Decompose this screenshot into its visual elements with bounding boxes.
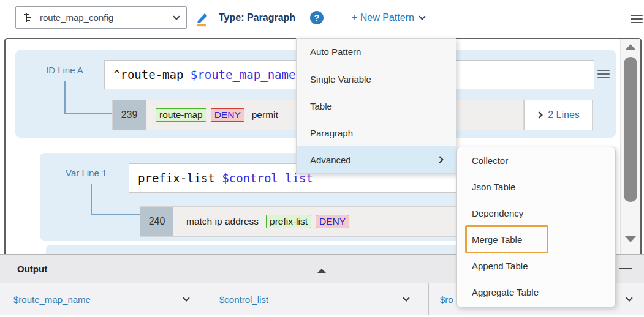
line-number-badge: 239 — [113, 100, 146, 130]
menu-item-advanced[interactable]: Advanced — [297, 146, 456, 173]
column-label: $route_map_name — [13, 294, 91, 305]
id-line-label: ID Line A — [46, 65, 83, 75]
chevron-down-icon — [183, 294, 189, 301]
drag-handle-icon[interactable] — [597, 67, 610, 81]
plain-token: permit — [249, 109, 281, 121]
new-pattern-button[interactable]: + New Pattern — [352, 0, 425, 35]
chevron-right-icon — [436, 156, 443, 163]
chevron-down-icon — [419, 13, 425, 20]
menu-item-paragraph[interactable]: Paragraph — [297, 119, 456, 146]
help-icon[interactable]: ? — [310, 11, 324, 24]
more-menu-icon[interactable] — [631, 12, 643, 26]
column-label: $ro — [440, 294, 453, 305]
expand-lines-button[interactable]: 2 Lines — [524, 100, 593, 130]
chevron-right-icon — [536, 111, 543, 118]
pattern-select[interactable]: route_map_config — [15, 6, 187, 29]
edit-pencil-icon[interactable] — [193, 10, 210, 28]
collapse-up-icon[interactable] — [317, 258, 327, 269]
scrollbar-thumb[interactable] — [624, 57, 637, 202]
output-column-route-map-name[interactable]: $route_map_name — [0, 283, 206, 315]
minimize-icon[interactable] — [619, 263, 632, 274]
chevron-down-icon — [173, 13, 180, 20]
submenu-item-collector[interactable]: Collector — [457, 147, 615, 174]
scroll-down-icon[interactable] — [625, 236, 636, 242]
line-number-badge: 240 — [140, 207, 173, 236]
advanced-submenu: Collector Json Table Dependency Merge Ta… — [456, 147, 616, 307]
parser-pattern-editor: route_map_config Type: Paragraph ? + New… — [0, 0, 644, 317]
output-title: Output — [17, 255, 47, 283]
pattern-select-value: route_map_config — [40, 12, 169, 23]
expand-lines-label: 2 Lines — [548, 110, 580, 121]
connector-line — [64, 81, 66, 114]
regex-variable: $route_map_name — [191, 68, 296, 81]
vertical-scrollbar[interactable] — [620, 39, 640, 254]
menu-item-single-variable[interactable]: Single Variable — [297, 65, 456, 92]
connector-line — [91, 214, 140, 215]
plain-token: match ip address — [183, 215, 262, 228]
chevron-down-icon — [403, 294, 409, 301]
menu-item-auto-pattern[interactable]: Auto Pattern — [297, 39, 456, 65]
connector-line — [91, 184, 92, 215]
var-line-label: Var Line 1 — [66, 168, 107, 178]
new-pattern-label: + New Pattern — [352, 12, 414, 23]
scroll-up-icon[interactable] — [625, 44, 636, 50]
submenu-item-merge-table[interactable]: Merge Table — [457, 226, 615, 253]
submenu-item-json-table[interactable]: Json Table — [457, 174, 615, 200]
connector-line — [64, 113, 112, 114]
pattern-type-label: Type: Paragraph — [219, 0, 295, 35]
regex-text: ^route-map — [113, 68, 191, 81]
variable-token: DENY — [316, 215, 349, 228]
matched-token: prefix-list — [266, 215, 311, 228]
new-pattern-menu: Auto Pattern Single Variable Table Parag… — [296, 38, 456, 174]
column-label: $control_list — [219, 294, 268, 305]
chevron-down-icon — [626, 294, 632, 301]
submenu-item-aggregate-table[interactable]: Aggregate Table — [457, 279, 615, 305]
output-column-control-list[interactable]: $control_list — [207, 283, 429, 315]
matched-token: route-map — [156, 108, 206, 122]
toolbar: route_map_config Type: Paragraph ? + New… — [0, 0, 644, 38]
pattern-tree-icon — [23, 12, 34, 23]
menu-item-label: Advanced — [310, 155, 351, 165]
regex-text: prefix-list — [138, 171, 222, 185]
submenu-item-dependency[interactable]: Dependency — [457, 200, 615, 226]
submenu-item-append-table[interactable]: Append Table — [457, 253, 615, 279]
menu-item-table[interactable]: Table — [297, 92, 456, 119]
variable-token: DENY — [211, 108, 244, 122]
